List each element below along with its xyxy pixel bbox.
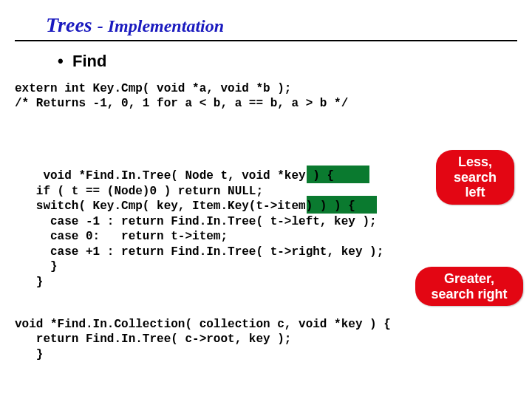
slide-title: Trees - Implementation bbox=[46, 13, 517, 37]
callout-less: Less, search left bbox=[436, 150, 514, 205]
callout-less-line2: search bbox=[446, 170, 504, 185]
title-rule bbox=[15, 40, 517, 41]
callout-greater-line1: Greater, bbox=[426, 271, 513, 287]
callout-less-line3: left bbox=[446, 185, 504, 200]
code-block-2-text: void *Find.In.Tree( Node t, void *key ) … bbox=[15, 169, 383, 288]
bullet-find: •Find bbox=[58, 52, 517, 71]
code-block-1: extern int Key.Cmp( void *a, void *b ); … bbox=[15, 81, 517, 112]
callout-less-line1: Less, bbox=[446, 154, 504, 170]
title-part2: - Implementation bbox=[98, 16, 224, 35]
code-block-3: void *Find.In.Collection( collection c, … bbox=[15, 317, 517, 362]
spacer bbox=[15, 112, 517, 123]
callout-greater: Greater, search right bbox=[415, 267, 523, 306]
callout-greater-line2: search right bbox=[426, 287, 513, 302]
bullet-text: Find bbox=[72, 52, 106, 70]
title-part1: Trees bbox=[46, 13, 98, 36]
spacer2 bbox=[15, 305, 517, 317]
slide: Trees - Implementation •Find extern int … bbox=[0, 0, 532, 377]
bullet-dot: • bbox=[58, 52, 72, 71]
